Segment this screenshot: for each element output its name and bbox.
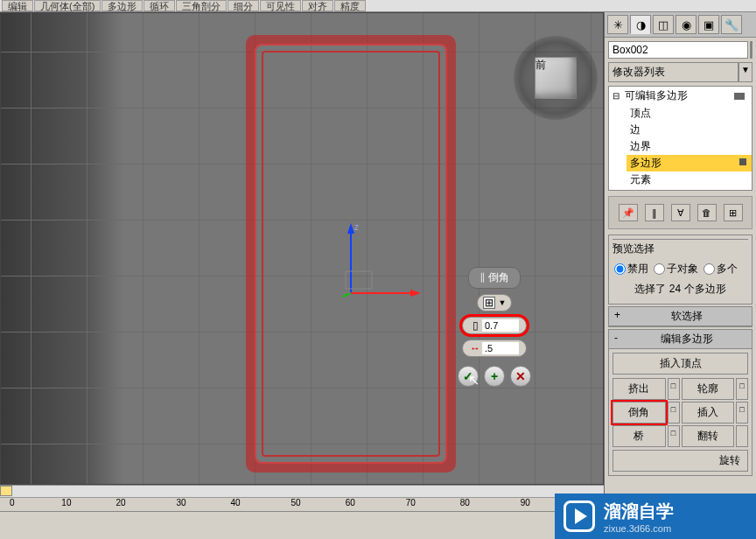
modifier-stack[interactable]: ⊟ 可编辑多边形 顶点 边 边界 多边形 元素 [608, 86, 752, 191]
inset-settings-button[interactable]: □ [736, 402, 748, 424]
utilities-tab[interactable]: 🔧 [721, 15, 742, 34]
caddy-cancel-button[interactable]: ✕ [510, 366, 531, 387]
caddy-buttons: ✓ + ✕ [458, 366, 531, 387]
preview-options: 禁用 子对象 多个 [612, 260, 748, 278]
ruler-thumb[interactable] [0, 486, 12, 496]
caddy-type-dropdown[interactable]: ⊞ ▼ [477, 294, 513, 312]
create-tab[interactable]: ✳ [607, 15, 628, 34]
tab-polygon[interactable]: 多边形 [102, 0, 143, 11]
ruler-scrollbar[interactable] [0, 486, 604, 498]
radio-disable[interactable]: 禁用 [614, 262, 648, 276]
tab-align[interactable]: 对齐 [302, 0, 333, 11]
bevel-button[interactable]: 倒角 [612, 402, 666, 424]
stack-element[interactable]: 元素 [626, 172, 752, 188]
edit-polygons-rollout: -编辑多边形 插入顶点 挤出 □ 轮廓 □ 倒角 □ 插入 □ 桥 □ 翻转 旋… [608, 329, 752, 476]
tab-tri[interactable]: 三角剖分 [176, 0, 227, 11]
top-toolbar: 编辑 几何体(全部) 多边形 循环 三角剖分 细分 可见性 对齐 精度 [0, 0, 756, 12]
status-bar [0, 511, 555, 539]
bevel-settings-button[interactable]: □ [668, 402, 680, 424]
tab-loop[interactable]: 循环 [144, 0, 175, 11]
arrows-icon: ↔ [468, 342, 482, 354]
ruler-ticks: 0 10 20 30 40 50 60 70 80 90 100 [0, 498, 604, 512]
grid-icon: ⊞ [483, 297, 495, 309]
panel-tabs: ✳ ◑ ◫ ◉ ▣ 🔧 [605, 12, 756, 38]
stack-polygon[interactable]: 多边形 [626, 155, 752, 172]
tab-subdiv[interactable]: 细分 [228, 0, 259, 11]
outline-settings-button[interactable]: □ [736, 378, 748, 400]
inset-button[interactable]: 插入 [682, 402, 735, 424]
chevron-down-icon: ▼ [499, 298, 507, 307]
pin-stack-button[interactable]: 📌 [619, 204, 638, 221]
stack-toolbar: 📌 ‖ ∀ 🗑 ⊞ [608, 196, 752, 229]
configure-button[interactable]: ⊞ [724, 204, 743, 221]
caddy-apply-button[interactable]: + [484, 366, 505, 387]
time-ruler: 0 10 20 30 40 50 60 70 80 90 100 [0, 485, 604, 511]
tab-edit[interactable]: 编辑 [2, 0, 33, 11]
display-tab[interactable]: ▣ [698, 15, 719, 34]
preview-header: 预览选择 [612, 239, 748, 256]
bridge-button[interactable]: 桥 [612, 425, 666, 447]
preview-selection-rollout: 预览选择 禁用 子对象 多个 选择了 24 个多边形 [608, 234, 752, 304]
caddy-title: ‖ 倒角 [468, 267, 521, 289]
tab-visibility[interactable]: 可见性 [260, 0, 301, 11]
rotate-button[interactable]: 旋转 [612, 450, 748, 472]
bridge-settings-button[interactable]: □ [668, 425, 680, 447]
viewport[interactable]: z y 前 ‖ 倒角 ⊞ ▼ ▯ ↔ ✓ + ✕ ↖ [0, 12, 604, 485]
selection-count: 选择了 24 个多边形 [612, 278, 748, 300]
selected-polygons[interactable] [246, 35, 456, 472]
modifier-list-dropdown[interactable]: 修改器列表 ▼ [608, 62, 752, 82]
height-icon: ▯ [468, 319, 482, 332]
watermark: 溜溜自学 zixue.3d66.com [555, 494, 756, 539]
flip-button[interactable]: 翻转 [682, 425, 735, 447]
viewcube[interactable]: 前 [535, 57, 577, 99]
caddy-height-spinner[interactable]: ▯ [462, 317, 527, 334]
stack-vertex[interactable]: 顶点 [626, 105, 752, 122]
modify-tab[interactable]: ◑ [630, 15, 651, 34]
modifier-list-label: 修改器列表 [608, 62, 738, 82]
outline-button[interactable]: 轮廓 [682, 378, 735, 400]
stack-border[interactable]: 边界 [626, 138, 752, 155]
stack-edge[interactable]: 边 [626, 122, 752, 138]
tab-precision[interactable]: 精度 [334, 0, 366, 11]
show-result-button[interactable]: ‖ [645, 204, 664, 221]
object-name-row [608, 41, 752, 59]
radio-multi[interactable]: 多个 [704, 262, 738, 276]
stack-editable-poly[interactable]: ⊟ 可编辑多边形 [609, 87, 752, 105]
flip-spacer [736, 425, 748, 447]
caddy-ok-button[interactable]: ✓ [458, 366, 479, 387]
watermark-title: 溜溜自学 [604, 500, 674, 523]
caddy-outline-input[interactable] [482, 342, 519, 354]
tab-geometry[interactable]: 几何体(全部) [34, 0, 101, 11]
collapse-icon[interactable]: ⊟ [612, 91, 625, 101]
object-color-swatch[interactable] [750, 41, 752, 59]
soft-selection-rollout[interactable]: +软选择 [608, 306, 752, 327]
remove-modifier-button[interactable]: 🗑 [697, 204, 717, 221]
hierarchy-tab[interactable]: ◫ [653, 15, 674, 34]
make-unique-button[interactable]: ∀ [671, 204, 690, 221]
extrude-settings-button[interactable]: □ [668, 378, 680, 400]
insert-vertex-button[interactable]: 插入顶点 [612, 353, 748, 374]
chevron-down-icon: ▼ [738, 62, 752, 82]
motion-tab[interactable]: ◉ [676, 15, 696, 34]
active-icon [739, 158, 746, 165]
extrude-button[interactable]: 挤出 [612, 378, 666, 400]
radio-subobject[interactable]: 子对象 [654, 262, 698, 276]
caddy-outline-spinner[interactable]: ↔ [462, 340, 527, 357]
play-icon [564, 500, 595, 532]
caddy-height-input[interactable] [482, 319, 519, 332]
watermark-url: zixue.3d66.com [604, 523, 674, 534]
bevel-caddy: ‖ 倒角 ⊞ ▼ ▯ ↔ ✓ + ✕ [459, 267, 529, 387]
object-name-input[interactable] [608, 41, 748, 59]
command-panel: ✳ ◑ ◫ ◉ ▣ 🔧 修改器列表 ▼ ⊟ 可编辑多边形 顶点 边 边界 多边形… [604, 12, 756, 539]
toggle-icon[interactable] [734, 93, 745, 100]
